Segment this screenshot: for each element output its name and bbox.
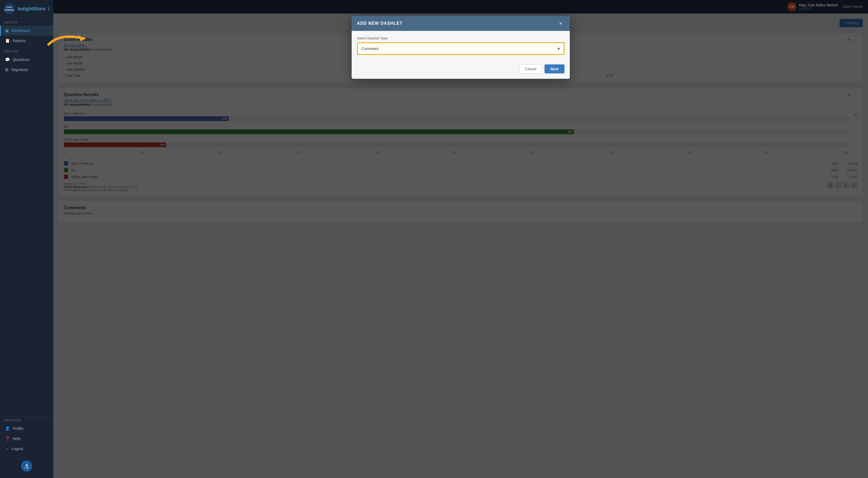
modal-overlay: ADD NEW DASHLET × Select Dashlet Type Co… [53, 0, 868, 478]
questions-icon: 💬 [5, 57, 10, 62]
modal-close-button[interactable]: × [557, 20, 564, 27]
civic-science-logo: CIVICSCIENCE [4, 3, 15, 14]
modal-header: ADD NEW DASHLET × [352, 16, 570, 31]
advanced-section-label: ADVANCED [0, 419, 53, 423]
reports-icon: 📋 [5, 38, 10, 43]
profile-icon: 👤 [5, 426, 10, 431]
dashboard-icon: ▣ [5, 28, 9, 33]
arrow-annotation [53, 27, 96, 51]
analyze-section-label: ANALYZE [0, 21, 53, 26]
sidebar-avatar: 🔬 [21, 460, 32, 472]
sidebar-collapse-button[interactable]: ‹ [48, 6, 50, 11]
modal-body: Select Dashlet Type Comment Question Res… [352, 31, 570, 60]
sidebar-avatar-container: 🔬 [0, 456, 53, 478]
sidebar-item-help[interactable]: ❓ Help [0, 434, 53, 444]
sidebar-item-reports[interactable]: 📋 Reports [0, 36, 53, 46]
modal-footer: Cancel Next [352, 60, 570, 79]
explore-section: EXPLORE 💬 Questions ⊞ Segments [0, 47, 53, 76]
modal-title: ADD NEW DASHLET [357, 21, 402, 26]
sidebar-item-dashboard[interactable]: ▣ Dashboard [0, 26, 53, 36]
next-button[interactable]: Next [545, 64, 564, 73]
sidebar-item-questions[interactable]: 💬 Questions [0, 55, 53, 65]
svg-marker-0 [78, 35, 84, 41]
modal-select-wrapper: Comment Question Results Score Results T… [357, 42, 564, 55]
analyze-section: ANALYZE ▣ Dashboard 📋 Reports [0, 18, 53, 47]
sidebar-logo: CIVICSCIENCE InsightStore ‹ [0, 0, 53, 18]
advanced-section: ADVANCED 👤 Profile ❓ Help → Logout [0, 417, 53, 456]
help-icon: ❓ [5, 436, 10, 441]
sidebar-item-profile[interactable]: 👤 Profile [0, 423, 53, 434]
dashlet-type-select[interactable]: Comment Question Results Score Results T… [358, 43, 564, 54]
sidebar-item-logout[interactable]: → Logout [0, 444, 53, 453]
app-title: InsightStore [18, 6, 45, 12]
main-area: CN Hey, Cyn Sales Demo! LOGOUT → Sales D… [53, 0, 868, 478]
cancel-button[interactable]: Cancel [519, 64, 542, 73]
logout-icon: → [5, 446, 9, 451]
segments-icon: ⊞ [5, 67, 8, 72]
sidebar: CIVICSCIENCE InsightStore ‹ ANALYZE ▣ Da… [0, 0, 53, 478]
modal-dialog: ADD NEW DASHLET × Select Dashlet Type Co… [352, 16, 570, 79]
sidebar-item-segments[interactable]: ⊞ Segments [0, 65, 53, 75]
explore-section-label: EXPLORE [0, 50, 53, 55]
modal-select-label: Select Dashlet Type [357, 36, 564, 40]
